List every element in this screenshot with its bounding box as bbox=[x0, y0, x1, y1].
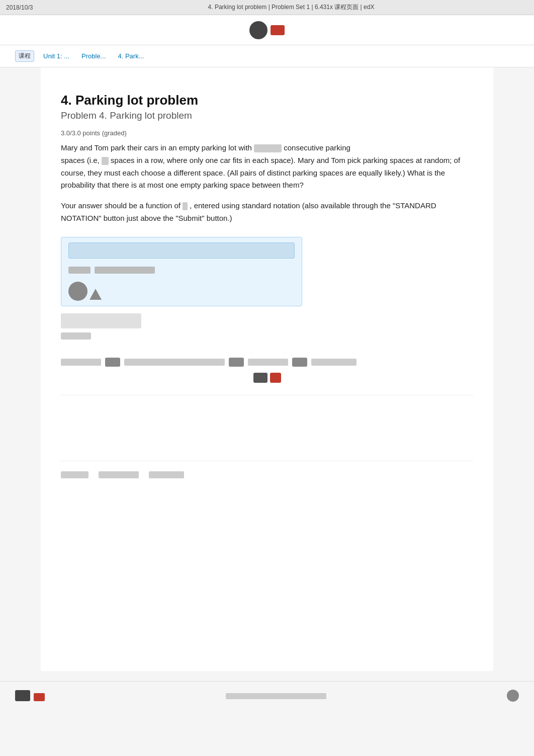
footer-nav-item-3[interactable] bbox=[149, 471, 184, 478]
browser-bar: 2018/10/3 4. Parking lot problem | Probl… bbox=[0, 0, 534, 15]
status-icon-3 bbox=[292, 358, 307, 367]
submit-row bbox=[61, 313, 473, 343]
footer-nav-item-1[interactable] bbox=[61, 471, 88, 478]
blurred-n-value bbox=[254, 144, 282, 152]
avatar-icon bbox=[68, 282, 87, 301]
problem-title: 4. Parking lot problem bbox=[61, 93, 473, 108]
footer-center-text bbox=[226, 693, 326, 699]
breadcrumb-current[interactable]: 4. Park... bbox=[115, 51, 147, 61]
status-text-3 bbox=[248, 359, 288, 366]
answer-input-row bbox=[61, 237, 302, 264]
footer-logo-icon bbox=[15, 690, 30, 701]
site-logo-icon bbox=[249, 21, 268, 39]
page-footer bbox=[0, 681, 534, 711]
main-content: 4. Parking lot problem Problem 4. Parkin… bbox=[41, 67, 493, 671]
status-section bbox=[61, 348, 473, 385]
site-logo-badge bbox=[271, 25, 285, 35]
problem-text-body: Mary and Tom park their cars in an empty… bbox=[61, 142, 473, 192]
breadcrumb-course[interactable]: 课程 bbox=[15, 50, 34, 62]
blurred-n-value-2 bbox=[102, 157, 109, 165]
bottom-blurred-bar bbox=[61, 358, 473, 367]
problem-text-p2-start: spaces (i.e, bbox=[61, 156, 100, 164]
site-header bbox=[0, 15, 534, 45]
footer-right bbox=[507, 690, 519, 703]
submit-blurred-label bbox=[61, 332, 91, 340]
status-text-2 bbox=[124, 359, 225, 366]
status-icon-1 bbox=[105, 358, 120, 367]
status-text-1 bbox=[61, 359, 101, 366]
bottom-whitespace bbox=[61, 478, 473, 579]
footer-logo-red-icon bbox=[34, 693, 45, 701]
problem-text-p1: Mary and Tom park their cars in an empty… bbox=[61, 143, 252, 152]
blurred-n-value-3 bbox=[183, 202, 188, 210]
avatar-body-icon bbox=[90, 289, 102, 300]
standard-notation-blurred-btn[interactable] bbox=[61, 313, 141, 328]
section-divider bbox=[61, 395, 473, 395]
answer-controls bbox=[61, 264, 302, 278]
answer-section bbox=[61, 237, 302, 306]
answer-label-notation bbox=[95, 267, 155, 274]
footer-left bbox=[15, 690, 45, 703]
browser-date: 2018/10/3 bbox=[6, 4, 46, 11]
answer-input[interactable] bbox=[68, 242, 295, 259]
avatar-area bbox=[68, 282, 295, 301]
browser-title: 4. Parking lot problem | Problem Set 1 |… bbox=[54, 3, 528, 12]
footer-right-icon bbox=[507, 690, 519, 702]
breadcrumb-nav: 课程 Unit 1: ... Proble... 4. Park... bbox=[0, 45, 534, 67]
status-icon-2 bbox=[229, 358, 244, 367]
status-text-4 bbox=[311, 359, 357, 366]
whitespace-section bbox=[61, 405, 473, 446]
problem-text-p3-start: Your answer should be a function of bbox=[61, 201, 181, 210]
footer-nav-item-2[interactable] bbox=[99, 471, 139, 478]
breadcrumb-problemset[interactable]: Proble... bbox=[78, 51, 109, 61]
logo-area bbox=[249, 21, 285, 39]
problem-text-answer-instruction: Your answer should be a function of , en… bbox=[61, 200, 473, 225]
problem-subtitle: Problem 4. Parking lot problem bbox=[61, 110, 473, 121]
problem-points: 3.0/3.0 points (graded) bbox=[61, 129, 473, 137]
footer-center bbox=[226, 693, 326, 700]
problem-text-consecutive: consecutive parking bbox=[284, 143, 350, 152]
breadcrumb-unit[interactable]: Unit 1: ... bbox=[40, 51, 72, 61]
answer-label-standard bbox=[68, 267, 91, 274]
problem-text-p2-rest: spaces in a row, where only one car fits… bbox=[61, 156, 460, 190]
footer-nav-links bbox=[61, 461, 473, 478]
